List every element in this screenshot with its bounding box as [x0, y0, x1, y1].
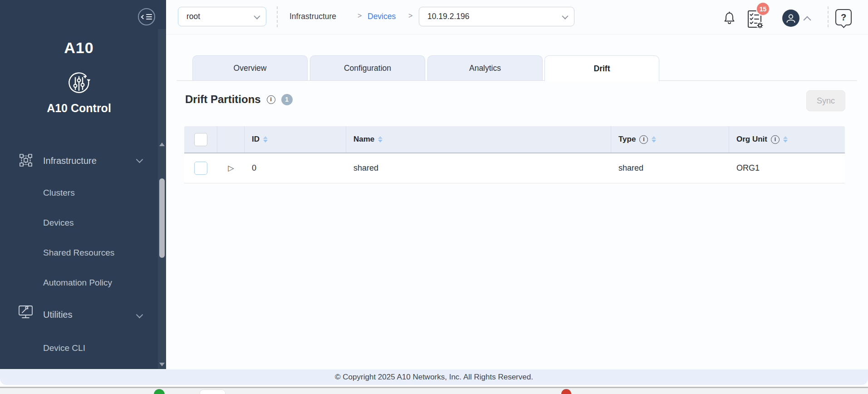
- breadcrumb-devices-link[interactable]: Devices: [368, 12, 396, 21]
- partition-count-badge: 1: [281, 94, 293, 105]
- cell-org-unit: ORG1: [729, 153, 845, 183]
- sort-icon[interactable]: [783, 136, 788, 143]
- sync-button[interactable]: Sync: [806, 90, 845, 111]
- breadcrumb-separator: >: [358, 12, 362, 20]
- menu-bars-icon: [146, 14, 152, 20]
- cell-type: shared: [611, 153, 729, 183]
- sort-icon[interactable]: [263, 136, 268, 143]
- drift-partitions-table: ID Name Type i Org Unit i: [184, 126, 845, 183]
- cell-name: shared: [346, 153, 611, 183]
- column-header-name: Name: [346, 126, 611, 153]
- taskbar-red-app-icon[interactable]: [561, 389, 571, 394]
- sidebar-item-automation-policy[interactable]: Automation Policy: [0, 272, 158, 292]
- monitor-wrench-icon: [18, 305, 34, 320]
- sidebar-scroll-up-arrow-icon[interactable]: [159, 143, 165, 146]
- sidebar-item-infrastructure-label: Infrastructure: [43, 154, 97, 167]
- breadcrumb-infrastructure: Infrastructure: [289, 12, 336, 21]
- sidebar-item-devices[interactable]: Devices: [0, 212, 158, 232]
- chevron-up-icon[interactable]: [804, 16, 811, 24]
- a10-logo: A10: [0, 39, 158, 57]
- divider: [828, 6, 829, 27]
- sort-icon[interactable]: [378, 136, 383, 143]
- tab-configuration[interactable]: Configuration: [310, 55, 425, 80]
- product-name: A10 Control: [0, 102, 158, 115]
- sidebar-item-utilities-label: Utilities: [43, 308, 72, 321]
- sidebar: A10 A10 Control: [0, 0, 166, 369]
- column-header-type: Type i: [611, 126, 729, 153]
- org-hierarchy-select[interactable]: root: [178, 7, 266, 26]
- chevron-down-icon: [254, 13, 260, 19]
- info-icon[interactable]: i: [267, 95, 275, 104]
- chevron-down-icon: [562, 13, 568, 19]
- sidebar-item-device-cli[interactable]: Device CLI: [0, 338, 158, 358]
- page-title: Drift Partitions: [185, 93, 261, 106]
- row-checkbox[interactable]: [194, 162, 207, 175]
- breadcrumb-separator: >: [408, 12, 412, 20]
- sidebar-scroll-down-arrow-icon[interactable]: [159, 363, 165, 366]
- column-header-id: ID: [245, 126, 346, 153]
- sidebar-scrollbar-thumb[interactable]: [159, 178, 165, 258]
- notifications-bell-icon[interactable]: [723, 11, 736, 25]
- sidebar-group-infrastructure[interactable]: Infrastructure: [0, 150, 158, 172]
- tab-divider-line: [177, 80, 857, 81]
- chevron-down-icon: [136, 311, 143, 319]
- network-nodes-icon: [19, 153, 33, 167]
- divider: [277, 6, 278, 27]
- table-row: ▷ 0 shared shared ORG1: [184, 153, 845, 183]
- expander-column-header: [217, 126, 245, 153]
- sidebar-item-clusters[interactable]: Clusters: [0, 182, 158, 202]
- table-header-row: ID Name Type i Org Unit i: [184, 126, 845, 153]
- tab-overview[interactable]: Overview: [192, 55, 308, 80]
- cell-id: 0: [245, 153, 346, 183]
- row-expander-icon[interactable]: ▷: [228, 163, 234, 173]
- sidebar-group-utilities[interactable]: Utilities: [0, 303, 158, 326]
- org-select-value: root: [178, 12, 200, 21]
- page-title-row: Drift Partitions i 1: [185, 92, 293, 107]
- taskbar-active-window-pill[interactable]: [200, 389, 226, 394]
- tab-drift[interactable]: Drift: [544, 55, 659, 81]
- copyright-footer: © Copyright 2025 A10 Networks, Inc. All …: [0, 369, 868, 385]
- sidebar-item-shared-resources[interactable]: Shared Resources: [0, 242, 158, 262]
- taskbar: [0, 388, 868, 394]
- a10-control-logo-icon: [66, 71, 92, 96]
- info-icon[interactable]: i: [771, 135, 780, 144]
- device-select-value: 10.19.2.196: [419, 12, 469, 21]
- sort-icon[interactable]: [652, 136, 656, 143]
- sidebar-collapse-button[interactable]: [138, 8, 155, 25]
- tab-analytics[interactable]: Analytics: [427, 55, 543, 80]
- notification-count-badge[interactable]: 15: [756, 2, 770, 16]
- a10-control-app: A10 A10 Control: [0, 0, 868, 394]
- person-icon: [785, 12, 797, 24]
- topbar: root Infrastructure > Devices > 10.19.2.…: [166, 0, 868, 34]
- user-avatar[interactable]: [782, 10, 799, 27]
- info-icon[interactable]: i: [639, 135, 648, 144]
- chevron-left-icon: [141, 15, 145, 19]
- question-mark-icon: ?: [841, 12, 846, 23]
- select-all-checkbox[interactable]: [194, 133, 207, 146]
- column-header-org-unit: Org Unit i: [729, 126, 845, 153]
- help-button[interactable]: ?: [835, 9, 852, 25]
- taskbar-green-app-icon[interactable]: [154, 389, 165, 394]
- device-select[interactable]: 10.19.2.196: [419, 7, 574, 26]
- chevron-down-icon: [136, 156, 143, 163]
- help-bubble-tail: [841, 22, 847, 28]
